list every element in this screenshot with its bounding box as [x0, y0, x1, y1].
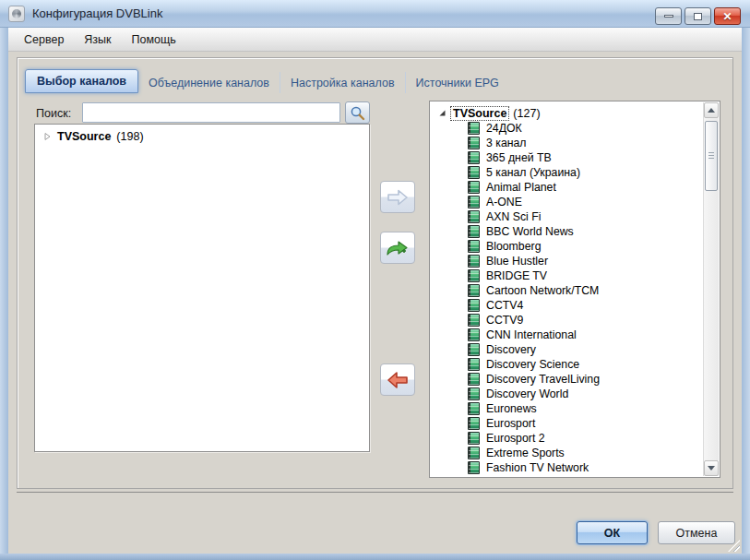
tv-channel-icon — [468, 137, 480, 149]
channel-item[interactable]: Discovery — [431, 342, 703, 357]
remove-channel-button[interactable] — [380, 363, 415, 396]
channel-item[interactable]: 365 дней ТВ — [431, 150, 703, 165]
menu-server[interactable]: Сервер — [14, 30, 74, 50]
menu-language[interactable]: Язык — [74, 30, 121, 50]
tab-channel-selection[interactable]: Выбор каналов — [25, 69, 138, 93]
menu-help[interactable]: Помощь — [122, 30, 186, 50]
channel-item[interactable]: 5 канал (Украина) — [431, 165, 703, 180]
arrow-add-green-icon — [386, 239, 410, 257]
channel-label: BBC World News — [486, 225, 574, 238]
channel-item[interactable]: BRIDGE TV — [431, 268, 703, 283]
channel-label: CCTV4 — [486, 299, 523, 312]
channel-label: Fashion TV Network — [486, 461, 589, 474]
channel-label: Bloomberg — [486, 240, 541, 253]
chevron-expanded-icon[interactable] — [438, 109, 446, 117]
arrow-left-red-icon — [386, 370, 410, 390]
channel-item[interactable]: Cartoon Network/TCM — [431, 283, 703, 298]
channel-item[interactable]: Eurosport 2 — [431, 431, 703, 446]
channel-list: 24ДОК 3 канал 365 дней ТВ — [431, 121, 703, 475]
scroll-up-button[interactable] — [704, 102, 719, 118]
channel-item[interactable]: A-ONE — [431, 195, 703, 209]
scroll-down-icon — [708, 466, 715, 471]
tree-root-row[interactable]: TVSource (198) — [35, 125, 369, 143]
cancel-button[interactable]: Отмена — [658, 521, 735, 544]
minimize-icon — [664, 15, 673, 18]
channel-item[interactable]: Animal Planet — [431, 180, 703, 195]
channel-label: Animal Planet — [486, 181, 556, 194]
search-input[interactable] — [82, 102, 340, 123]
scroll-up-icon — [708, 108, 715, 113]
channel-item[interactable]: Blue Hustler — [431, 254, 703, 268]
available-channels-tree[interactable]: TVSource (198) — [34, 124, 370, 452]
tv-channel-icon — [468, 284, 480, 297]
maximize-icon — [694, 13, 702, 20]
channel-item[interactable]: Eurosport — [431, 416, 703, 431]
dvblink-config-window: Конфигурация DVBLink ✕ Сервер Язык Помощ… — [0, 0, 750, 560]
tab-epg-sources[interactable]: Источники EPG — [406, 72, 509, 93]
tv-channel-icon — [468, 417, 480, 430]
channel-item[interactable]: CNN International — [431, 328, 703, 342]
tree-root-row[interactable]: TVSource (127) — [431, 105, 703, 121]
tv-channel-icon — [468, 181, 480, 194]
channel-item[interactable]: 3 канал — [431, 136, 703, 150]
tv-channel-icon — [468, 151, 480, 164]
tv-channel-icon — [468, 299, 480, 312]
tv-channel-icon — [468, 343, 480, 356]
vertical-scrollbar[interactable] — [703, 102, 719, 476]
tv-channel-icon — [468, 196, 480, 209]
tab-channel-merge[interactable]: Объединение каналов — [138, 72, 280, 93]
channel-item[interactable]: Bloomberg — [431, 239, 703, 254]
channel-label: 3 канал — [486, 137, 527, 149]
close-button[interactable]: ✕ — [714, 7, 741, 25]
selected-channels-tree[interactable]: TVSource (127) 24ДОК 3 канал — [429, 101, 720, 478]
tv-channel-icon — [468, 240, 480, 253]
scrollbar-thumb[interactable] — [705, 121, 718, 191]
tv-channel-icon — [468, 358, 480, 371]
channel-label: Extreme Sports — [486, 447, 565, 459]
channel-item[interactable]: Euronews — [431, 401, 703, 416]
channel-item[interactable]: Fashion TV Network — [431, 460, 703, 475]
channel-label: Discovery — [486, 343, 536, 356]
window-border-bottom — [0, 554, 750, 560]
tv-channel-icon — [468, 402, 480, 415]
tree-root-label: TVSource — [451, 107, 508, 120]
channel-item[interactable]: BBC World News — [431, 224, 703, 239]
channel-label: Discovery World — [486, 387, 568, 400]
channel-label: BRIDGE TV — [486, 269, 547, 282]
chevron-collapsed-icon[interactable] — [43, 132, 52, 141]
channel-item[interactable]: AXN Sci Fi — [431, 209, 703, 224]
window-title: Конфигурация DVBLink — [32, 6, 162, 20]
channel-label: Euronews — [486, 402, 537, 415]
channel-item[interactable]: 24ДОК — [431, 121, 703, 136]
channel-item[interactable]: Discovery World — [431, 387, 703, 401]
channel-item-partial[interactable] — [431, 475, 703, 476]
channel-item[interactable]: CCTV9 — [431, 313, 703, 328]
channel-label: 5 канал (Украина) — [486, 166, 580, 179]
tabstrip: Выбор каналов Объединение каналов Настро… — [25, 69, 509, 93]
tv-channel-icon — [468, 461, 480, 474]
tv-channel-icon — [468, 328, 480, 341]
add-channel-button[interactable] — [380, 232, 415, 264]
channel-item[interactable]: CCTV4 — [431, 298, 703, 313]
tree-viewport: TVSource (127) 24ДОК 3 канал — [431, 102, 703, 476]
search-button[interactable] — [345, 101, 370, 124]
titlebar: Конфигурация DVBLink ✕ — [0, 0, 750, 28]
channel-label: Cartoon Network/TCM — [486, 284, 599, 297]
scroll-down-button[interactable] — [704, 460, 719, 476]
maximize-button[interactable] — [685, 7, 711, 25]
channel-label: 24ДОК — [486, 122, 522, 135]
tab-channel-settings[interactable]: Настройка каналов — [280, 72, 406, 93]
channel-item[interactable]: Discovery TravelLiving — [431, 372, 703, 387]
channel-item[interactable]: Discovery Science — [431, 357, 703, 372]
channel-item[interactable]: Extreme Sports — [431, 446, 703, 460]
tv-channel-icon — [468, 314, 480, 327]
channel-label: Eurosport — [486, 417, 535, 430]
ok-button[interactable]: ОК — [577, 521, 648, 544]
channel-label: AXN Sci Fi — [486, 210, 541, 223]
minimize-button[interactable] — [655, 7, 682, 25]
tv-channel-icon — [468, 225, 480, 238]
dvblink-logo-icon — [8, 6, 25, 22]
tv-channel-icon — [468, 269, 480, 282]
channel-label: 365 дней ТВ — [486, 151, 552, 164]
move-right-button[interactable] — [380, 181, 415, 213]
